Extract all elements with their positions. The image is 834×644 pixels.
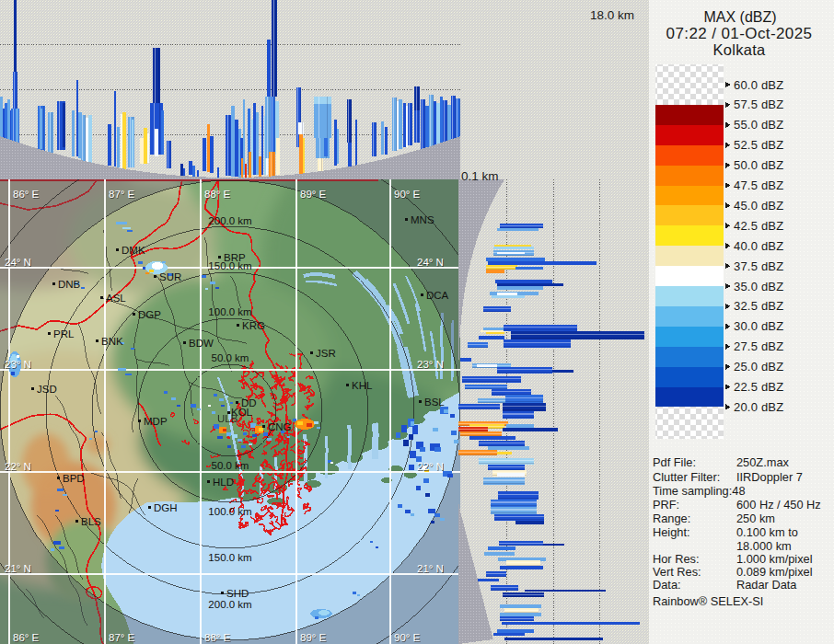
svg-text:35.0 dBZ: 35.0 dBZ <box>734 280 783 293</box>
svg-text:SUR: SUR <box>159 271 181 282</box>
svg-text:JSD: JSD <box>37 384 57 395</box>
svg-text:DMK: DMK <box>122 245 145 256</box>
svg-text:0.089 km/pixel: 0.089 km/pixel <box>736 565 813 579</box>
svg-text:Range:: Range: <box>653 512 690 525</box>
svg-text:40.0 dBZ: 40.0 dBZ <box>734 239 783 253</box>
svg-text:22° N: 22° N <box>417 461 444 472</box>
svg-text:DGP: DGP <box>138 309 161 320</box>
svg-text:KHL: KHL <box>352 380 373 391</box>
svg-text:27.5 dBZ: 27.5 dBZ <box>734 339 783 353</box>
svg-text:24° N: 24° N <box>5 257 31 268</box>
svg-text:50.0 km: 50.0 km <box>212 352 249 363</box>
svg-text:07:22 / 01-Oct-2025: 07:22 / 01-Oct-2025 <box>666 25 813 42</box>
svg-text:87° E: 87° E <box>109 632 135 643</box>
svg-text:IIRDoppler 7: IIRDoppler 7 <box>736 470 803 484</box>
svg-text:Rainbow® SELEX-SI: Rainbow® SELEX-SI <box>653 594 763 608</box>
svg-text:BLS: BLS <box>81 516 101 527</box>
svg-text:250 km: 250 km <box>736 512 775 525</box>
svg-text:MDP: MDP <box>144 416 168 427</box>
svg-text:100.0 km: 100.0 km <box>208 506 251 517</box>
svg-text:PRL: PRL <box>53 328 75 339</box>
svg-text:600 Hz / 450 Hz: 600 Hz / 450 Hz <box>736 498 821 512</box>
svg-text:89° E: 89° E <box>300 632 327 643</box>
svg-text:DGH: DGH <box>154 502 178 513</box>
svg-text:23° N: 23° N <box>5 359 31 370</box>
svg-text:32.5 dBZ: 32.5 dBZ <box>734 299 783 313</box>
svg-text:Hor Res:: Hor Res: <box>653 552 700 566</box>
svg-text:DNB: DNB <box>58 279 81 290</box>
svg-text:150.0 km: 150.0 km <box>208 552 251 563</box>
svg-text:88° E: 88° E <box>204 632 231 643</box>
svg-text:Vert Res:: Vert Res: <box>653 565 701 579</box>
svg-text:SHD: SHD <box>226 588 249 599</box>
svg-text:87° E: 87° E <box>109 189 135 200</box>
svg-text:22° N: 22° N <box>5 461 31 472</box>
svg-text:88° E: 88° E <box>204 189 231 200</box>
svg-text:BNK: BNK <box>101 336 123 347</box>
svg-text:KRG: KRG <box>242 320 265 331</box>
svg-text:200.0 km: 200.0 km <box>208 599 251 610</box>
svg-text:50.0 dBZ: 50.0 dBZ <box>734 158 783 172</box>
svg-text:86° E: 86° E <box>13 189 40 200</box>
svg-text:HLD: HLD <box>213 477 234 488</box>
svg-text:BDW: BDW <box>189 338 214 349</box>
svg-text:0.1 km: 0.1 km <box>461 169 499 183</box>
svg-text:45.0 dBZ: 45.0 dBZ <box>734 199 783 213</box>
svg-text:21° N: 21° N <box>417 563 444 574</box>
svg-text:55.0 dBZ: 55.0 dBZ <box>734 118 783 132</box>
svg-text:37.5 dBZ: 37.5 dBZ <box>734 259 783 273</box>
svg-text:30.0 dBZ: 30.0 dBZ <box>734 319 783 333</box>
svg-text:150.0 km: 150.0 km <box>208 260 251 271</box>
svg-text:Data:: Data: <box>653 578 681 592</box>
svg-text:22.5 dBZ: 22.5 dBZ <box>734 380 783 394</box>
svg-text:25.0 dBZ: 25.0 dBZ <box>734 360 783 374</box>
svg-text:23° N: 23° N <box>417 359 444 370</box>
svg-text:200.0 km: 200.0 km <box>208 215 251 226</box>
svg-text:250Z.max: 250Z.max <box>736 455 790 469</box>
svg-text:Pdf File:: Pdf File: <box>653 455 696 469</box>
svg-text:90° E: 90° E <box>394 632 421 643</box>
svg-text:BSL: BSL <box>424 397 445 408</box>
svg-text:60.0 dBZ: 60.0 dBZ <box>734 78 783 92</box>
svg-text:47.5 dBZ: 47.5 dBZ <box>734 178 783 192</box>
svg-text:Clutter Filter:: Clutter Filter: <box>653 470 720 484</box>
svg-text:Kolkata: Kolkata <box>712 41 766 58</box>
svg-text:ULB: ULB <box>217 413 238 424</box>
svg-text:BPD: BPD <box>63 473 85 484</box>
svg-text:PRF:: PRF: <box>653 498 679 512</box>
svg-text:Radar Data: Radar Data <box>736 578 797 592</box>
svg-text:DCA: DCA <box>426 290 449 301</box>
svg-text:Height:: Height: <box>653 525 690 539</box>
svg-text:90° E: 90° E <box>394 189 421 200</box>
svg-text:1.000 km/pixel: 1.000 km/pixel <box>736 552 813 566</box>
svg-text:18.000 km: 18.000 km <box>736 539 792 553</box>
svg-text:18.0 km: 18.0 km <box>590 8 634 22</box>
svg-text:20.0 dBZ: 20.0 dBZ <box>734 400 783 414</box>
svg-text:100.0 km: 100.0 km <box>208 306 251 317</box>
svg-text:MNS: MNS <box>411 214 434 225</box>
svg-text:ASL: ASL <box>106 293 126 304</box>
svg-text:52.5 dBZ: 52.5 dBZ <box>734 138 783 152</box>
svg-text:57.5 dBZ: 57.5 dBZ <box>734 98 783 111</box>
svg-text:86° E: 86° E <box>13 632 40 643</box>
svg-text:MAX (dBZ): MAX (dBZ) <box>703 9 776 25</box>
svg-text:42.5 dBZ: 42.5 dBZ <box>734 219 783 233</box>
svg-text:Time sampling:48: Time sampling:48 <box>653 484 746 498</box>
svg-text:CNG: CNG <box>268 421 292 432</box>
svg-text:JSR: JSR <box>316 348 336 359</box>
svg-text:89° E: 89° E <box>300 189 327 200</box>
svg-text:21° N: 21° N <box>5 563 31 574</box>
svg-text:24° N: 24° N <box>417 257 444 268</box>
svg-text:50.0 km: 50.0 km <box>212 460 249 471</box>
svg-text:0.100 km to: 0.100 km to <box>736 525 798 539</box>
